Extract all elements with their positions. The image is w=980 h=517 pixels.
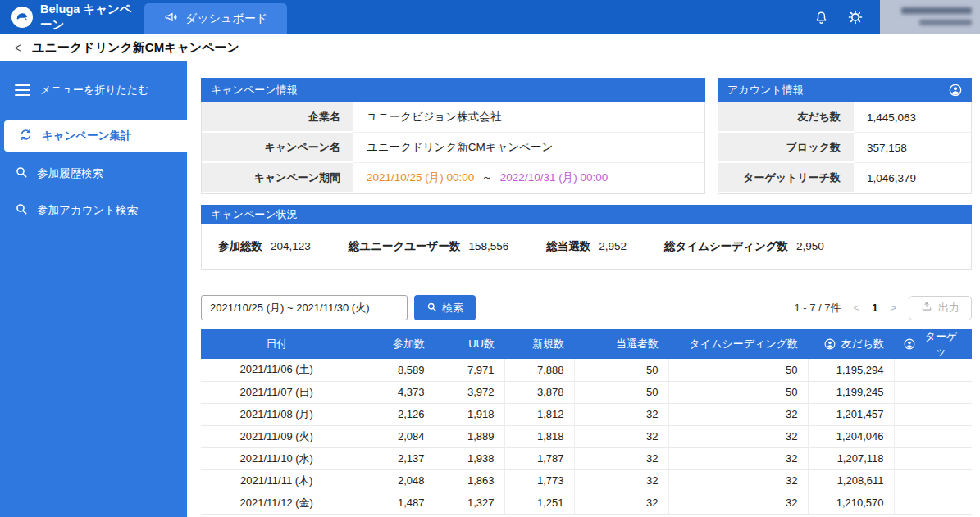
table-row: 2021/11/10 (水)2,1371,9381,78732321,207,1… xyxy=(201,447,972,469)
column-header-5: タイムシーディング数 xyxy=(668,329,808,359)
account-icon xyxy=(904,338,915,350)
value-cell: 8,589 xyxy=(353,359,435,381)
value-cell: 1,863 xyxy=(435,469,504,492)
value-cell: 3,972 xyxy=(435,381,504,403)
current-page-number[interactable]: 1 xyxy=(872,302,877,314)
table-row: 2021/11/12 (金)1,4871,3271,25132321,210,5… xyxy=(201,492,972,514)
value-cell xyxy=(894,447,972,469)
notification-bell-icon[interactable] xyxy=(814,10,829,25)
value-cell: 7,888 xyxy=(504,359,574,381)
table-header-row: 日付参加数UU数新規数当選者数タイムシーディング数友だち数ターゲッ xyxy=(201,329,972,359)
date-range-input[interactable] xyxy=(201,295,408,320)
value-cell: 1,207,118 xyxy=(808,447,894,469)
value-cell: 50 xyxy=(574,381,668,403)
back-chevron-icon[interactable]: < xyxy=(15,42,21,55)
target-reach-value: 1,046,379 xyxy=(854,163,971,193)
account-info-header: アカウント情報 xyxy=(718,78,972,102)
campaign-status-header: キャンペーン状況 xyxy=(201,205,972,224)
daily-stats-table: 日付参加数UU数新規数当選者数タイムシーディング数友だち数ターゲッ 2021/1… xyxy=(201,329,972,515)
table-row: 2021/11/06 (土)8,5897,9717,88850501,195,2… xyxy=(201,359,972,381)
value-cell: 4,373 xyxy=(353,381,435,403)
column-header-6: 友だち数 xyxy=(808,329,894,359)
value-cell: 50 xyxy=(574,359,668,381)
value-cell: 1,195,294 xyxy=(808,359,894,381)
stat-total-participation: 参加総数204,123 xyxy=(218,239,311,254)
target-reach-row: ターゲットリーチ数 1,046,379 xyxy=(718,163,971,193)
table-body: 2021/11/06 (土)8,5897,9717,88850501,195,2… xyxy=(201,359,972,514)
hamburger-icon xyxy=(15,84,30,97)
value-cell: 32 xyxy=(574,492,668,514)
value-cell xyxy=(894,359,972,381)
table-row: 2021/11/09 (火)2,0841,8891,81832321,204,0… xyxy=(201,425,972,447)
company-row: 企業名 ユニークビジョン株式会社 xyxy=(202,102,704,133)
table-toolbar: 検索 1 - 7 / 7件 < 1 > 出力 xyxy=(201,295,972,320)
tab-dashboard[interactable]: ダッシュボード xyxy=(144,3,287,34)
next-page-chevron-icon[interactable]: > xyxy=(890,302,896,314)
value-cell: 32 xyxy=(574,425,668,447)
value-cell: 32 xyxy=(668,469,808,492)
account-info-panel: アカウント情報 友だち数 1,445,063 ブロック数 357,158 xyxy=(718,78,972,194)
tab-dashboard-label: ダッシュボード xyxy=(185,11,267,26)
table-row: 2021/11/07 (日)4,3733,9723,87850501,199,2… xyxy=(201,381,972,403)
value-cell: 3,878 xyxy=(504,381,574,403)
campaign-info-panel: キャンペーン情報 企業名 ユニークビジョン株式会社 キャンペーン名 ユニークドリ… xyxy=(201,78,705,194)
value-cell: 32 xyxy=(668,425,808,447)
value-cell: 1,889 xyxy=(435,425,504,447)
search-button[interactable]: 検索 xyxy=(414,295,476,320)
table-row: 2021/11/08 (月)2,1261,9181,81232321,201,4… xyxy=(201,403,972,425)
column-header-2: UU数 xyxy=(435,329,504,359)
value-cell: 1,204,046 xyxy=(808,425,894,447)
company-label: 企業名 xyxy=(202,102,353,133)
value-cell xyxy=(894,469,972,492)
value-cell: 32 xyxy=(574,403,668,425)
beluga-logo-icon xyxy=(11,7,33,28)
search-icon xyxy=(15,202,28,218)
sidebar-item-campaign-summary[interactable]: キャンペーン集計 xyxy=(4,120,187,152)
sidebar-item-participant-account-search[interactable]: 参加アカウント検索 xyxy=(0,195,187,225)
value-cell xyxy=(894,492,972,514)
value-cell xyxy=(894,403,972,425)
stat-total-unique-users: 総ユニークユーザー数158,556 xyxy=(349,239,508,254)
megaphone-icon xyxy=(164,11,178,27)
campaign-name-value: ユニークドリンク新CMキャンペーン xyxy=(353,133,704,163)
value-cell: 50 xyxy=(668,359,808,381)
period-separator: ～ xyxy=(481,170,493,185)
page-header: < ユニークドリンク新CMキャンペーン xyxy=(0,34,980,61)
date-cell: 2021/11/10 (水) xyxy=(201,447,353,469)
prev-page-chevron-icon[interactable]: < xyxy=(854,302,860,314)
value-cell: 32 xyxy=(574,469,668,492)
account-info-title: アカウント情報 xyxy=(727,83,804,98)
value-cell: 32 xyxy=(668,403,808,425)
value-cell: 50 xyxy=(668,381,808,403)
account-icon xyxy=(949,84,962,97)
topbar: Beluga キャンペーン ダッシュボード xyxy=(0,0,980,34)
value-cell: 1,487 xyxy=(353,492,435,514)
friends-count-row: 友だち数 1,445,063 xyxy=(718,102,971,133)
value-cell xyxy=(894,381,972,403)
campaign-period-label: キャンペーン期間 xyxy=(202,163,353,193)
settings-gear-icon[interactable] xyxy=(847,9,864,25)
value-cell: 7,971 xyxy=(435,359,504,381)
date-cell: 2021/11/06 (土) xyxy=(201,359,353,381)
user-account-area-redacted[interactable] xyxy=(880,0,980,34)
main-content: キャンペーン情報 企業名 ユニークビジョン株式会社 キャンペーン名 ユニークドリ… xyxy=(187,61,980,517)
pagination-range: 1 - 7 / 7件 xyxy=(795,301,841,315)
campaign-status-panel: キャンペーン状況 参加総数204,123 総ユニークユーザー数158,556 総… xyxy=(201,205,972,270)
value-cell: 1,199,245 xyxy=(808,381,894,403)
period-start: 2021/10/25 (月) 00:00 xyxy=(367,170,474,185)
collapse-menu-button[interactable]: メニューを折りたたむ xyxy=(0,73,187,114)
value-cell: 1,251 xyxy=(504,492,574,514)
blocks-count-label: ブロック数 xyxy=(718,133,854,163)
campaign-info-title: キャンペーン情報 xyxy=(211,83,298,98)
date-cell: 2021/11/09 (火) xyxy=(201,425,353,447)
date-cell: 2021/11/07 (日) xyxy=(201,381,353,403)
value-cell: 1,773 xyxy=(504,469,574,492)
value-cell: 2,137 xyxy=(353,447,435,469)
search-icon xyxy=(15,166,28,181)
export-button[interactable]: 出力 xyxy=(909,296,972,320)
value-cell: 1,210,570 xyxy=(808,492,894,514)
blocks-count-value: 357,158 xyxy=(854,133,971,163)
sidebar-item-participation-history-search[interactable]: 参加履歴検索 xyxy=(0,158,187,188)
campaign-name-label: キャンペーン名 xyxy=(202,133,353,163)
export-icon xyxy=(921,301,932,315)
